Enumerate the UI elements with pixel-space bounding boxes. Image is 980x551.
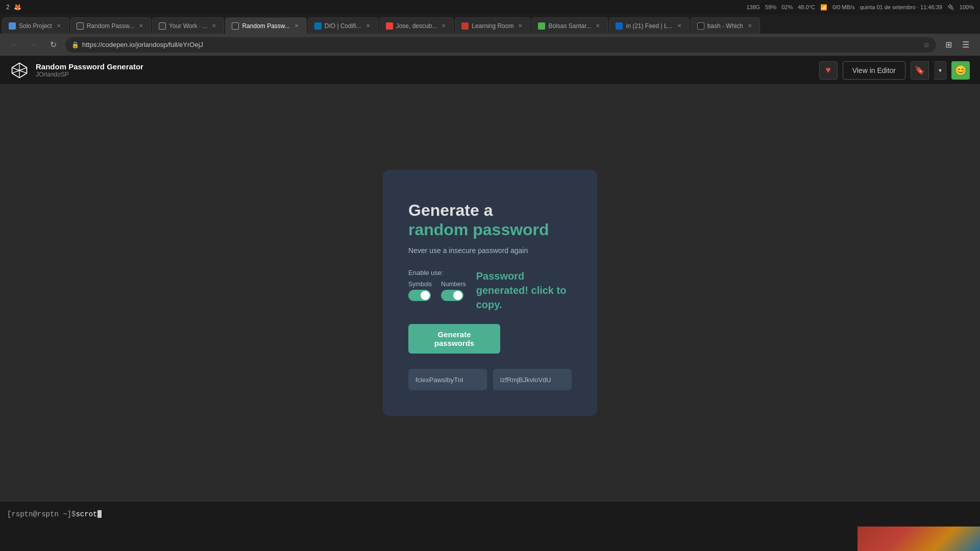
- toggles-section: Enable use: Symbols Numbers: [408, 269, 466, 301]
- bookmark-star-icon[interactable]: ☆: [923, 41, 930, 49]
- bookmark-dropdown-button[interactable]: ▾: [934, 61, 946, 80]
- user-avatar-button[interactable]: 😊: [951, 61, 970, 80]
- toggle-symbols-label: Symbols: [408, 281, 432, 288]
- system-bar: 2 🦊 138G 59% 02% 48.0°C 📶 0/0 MB/s quint…: [0, 0, 980, 14]
- password-results: fclexPawslbyTnl lzfRmjBJkvloVdU: [408, 369, 572, 390]
- tab-close-icon[interactable]: ✕: [137, 22, 144, 30]
- tab-label: in (21) Feed | L...: [626, 22, 672, 30]
- generate-passwords-button[interactable]: Generate passwords: [408, 324, 500, 354]
- tab-close-icon[interactable]: ✕: [210, 22, 217, 30]
- tab-learning-room[interactable]: Learning Room ✕: [455, 17, 530, 34]
- svg-line-5: [19, 70, 27, 73]
- codepen-header: Random Password Generator JOrlandoSP ♥ V…: [0, 56, 980, 85]
- tab-favicon: [697, 22, 704, 30]
- terminal-bar: [rsptn@rsptn ~]$ scrot: [0, 501, 980, 527]
- tab-bolsas[interactable]: Bolsas Santar... ✕: [531, 17, 608, 34]
- menu-button[interactable]: ☰: [959, 38, 973, 52]
- terminal-command: scrot: [76, 510, 97, 518]
- tab-close-icon[interactable]: ✕: [746, 22, 753, 30]
- tab-dio[interactable]: DIO | Codifi... ✕: [308, 17, 378, 34]
- bottom-strip: [0, 527, 980, 551]
- controls-area: Enable use: Symbols Numbers: [408, 269, 572, 312]
- tab-close-icon[interactable]: ✕: [594, 22, 601, 30]
- toggle-numbers-label: Numbers: [441, 281, 466, 288]
- toggle-symbols-switch[interactable]: [408, 290, 431, 301]
- tab-label: bash - Which: [707, 22, 743, 30]
- tab-close-icon[interactable]: ✕: [676, 22, 683, 30]
- tab-favicon: [386, 22, 393, 30]
- codepen-project-title: Random Password Generator: [36, 62, 812, 71]
- cpu-info: 138G: [746, 4, 760, 10]
- browser-actions: ⊞ ☰: [941, 38, 973, 52]
- tab-close-icon[interactable]: ✕: [517, 22, 524, 30]
- tab-favicon: [538, 22, 545, 30]
- tab-favicon: [77, 22, 84, 30]
- bottom-graphic: [857, 527, 980, 551]
- card-title-line1: Generate a: [408, 201, 572, 220]
- tab-label: Random Passw...: [87, 22, 134, 30]
- tab-label: DIO | Codifi...: [325, 22, 361, 30]
- tab-close-icon[interactable]: ✕: [293, 22, 300, 30]
- tab-close-icon[interactable]: ✕: [55, 22, 62, 30]
- back-button[interactable]: ←: [7, 38, 21, 52]
- toggle-numbers-item: Numbers: [441, 281, 466, 301]
- firefox-icon: 🦊: [14, 4, 21, 11]
- terminal-prompt: [rsptn@rsptn ~]$: [7, 510, 76, 518]
- tab-linkedin[interactable]: in (21) Feed | L... ✕: [609, 17, 689, 34]
- tab-solo-project[interactable]: Solo Project ✕: [2, 17, 69, 34]
- password-generator-card: Generate a random password Never use a i…: [383, 170, 597, 416]
- tab-bash[interactable]: bash - Which ✕: [691, 17, 760, 34]
- heart-button[interactable]: ♥: [819, 61, 838, 80]
- network-speed: 0/0 MB/s: [832, 4, 854, 10]
- workspace-indicator: 2: [6, 4, 10, 11]
- enable-label: Enable use:: [408, 269, 466, 277]
- tab-close-icon[interactable]: ✕: [364, 22, 372, 30]
- view-in-editor-button[interactable]: View in Editor: [843, 61, 905, 80]
- address-bar[interactable]: 🔒 https://codepen.io/jorlandosp/full/eYr…: [65, 37, 936, 53]
- tab-favicon: [461, 22, 469, 30]
- tab-favicon: [616, 22, 623, 30]
- tab-favicon: [159, 22, 166, 30]
- forward-button[interactable]: →: [27, 38, 41, 52]
- codepen-header-actions: ♥ View in Editor 🔖 ▾ 😊: [819, 61, 970, 80]
- tab-label: Learning Room: [472, 22, 513, 30]
- datetime: quinta 01 de setembro · 11:46:39: [860, 4, 942, 10]
- cpu-percent: 59%: [765, 4, 776, 10]
- tab-favicon: [9, 22, 16, 30]
- browser-content: Generate a random password Never use a i…: [0, 85, 980, 501]
- browser-window: Solo Project ✕ Random Passw... ✕ Your Wo…: [0, 14, 980, 501]
- tab-label: Random Passw...: [242, 22, 289, 30]
- tab-your-work[interactable]: Your Work · ... ✕: [152, 17, 224, 34]
- url-text: https://codepen.io/jorlandosp/full/eYrOe…: [82, 41, 920, 48]
- tab-random-passw-active[interactable]: Random Passw... ✕: [225, 17, 306, 34]
- bookmark-button[interactable]: 🔖: [911, 61, 929, 80]
- battery-percent: 100%: [960, 4, 974, 10]
- tab-close-icon[interactable]: ✕: [440, 22, 447, 30]
- extensions-button[interactable]: ⊞: [941, 38, 955, 52]
- temperature: 48.0°C: [798, 4, 815, 10]
- svg-line-3: [19, 67, 27, 70]
- svg-line-4: [12, 70, 19, 73]
- password-result-2[interactable]: lzfRmjBJkvloVdU: [493, 369, 572, 390]
- tab-label: Jose, descub...: [396, 22, 437, 30]
- tab-gmail[interactable]: Jose, descub... ✕: [379, 17, 454, 34]
- toggle-symbols-item: Symbols: [408, 281, 432, 301]
- codepen-project-info: Random Password Generator JOrlandoSP: [36, 62, 812, 78]
- address-bar-row: ← → ↻ 🔒 https://codepen.io/jorlandosp/fu…: [0, 34, 980, 56]
- app-area: Generate a random password Never use a i…: [0, 85, 980, 501]
- password-result-1[interactable]: fclexPawslbyTnl: [408, 369, 487, 390]
- tab-favicon: [314, 22, 322, 30]
- lock-icon: 🔒: [71, 41, 79, 48]
- toggle-numbers-switch[interactable]: [441, 290, 463, 301]
- password-generated-message[interactable]: Password generated! click to copy.: [476, 269, 572, 312]
- reload-button[interactable]: ↻: [46, 38, 60, 52]
- codepen-project-author: JOrlandoSP: [36, 71, 812, 78]
- mem-percent: 02%: [781, 4, 793, 10]
- tab-favicon: [232, 22, 239, 30]
- tab-random-passw-2[interactable]: Random Passw... ✕: [70, 17, 151, 34]
- tab-label: Bolsas Santar...: [548, 22, 591, 30]
- tab-label: Solo Project: [19, 22, 52, 30]
- card-title-line2: random password: [408, 220, 572, 239]
- tab-label: Your Work · ...: [169, 22, 207, 30]
- svg-line-2: [12, 67, 19, 70]
